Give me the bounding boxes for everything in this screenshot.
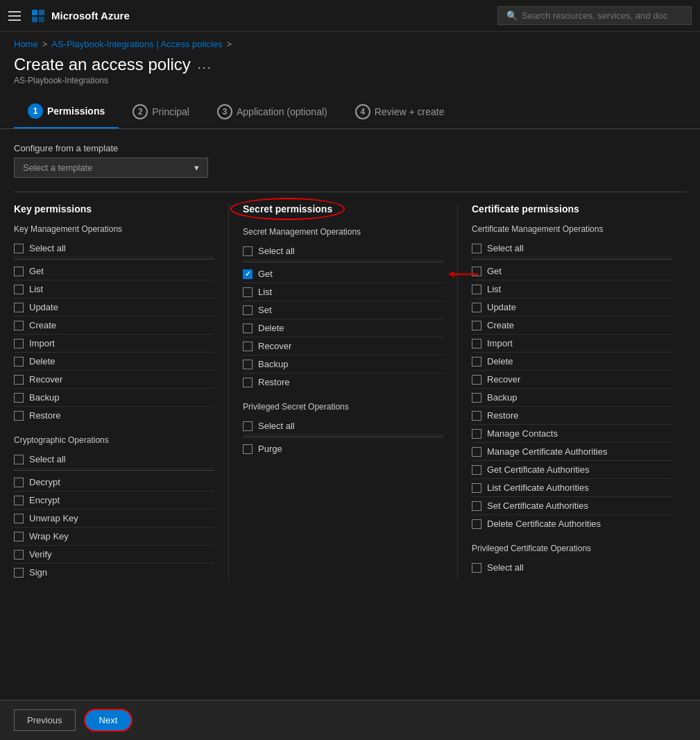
secret-select-all-item[interactable]: Select all <box>243 242 443 260</box>
secret-recover-item[interactable]: Recover <box>243 337 443 355</box>
step-application[interactable]: 3 Application (optional) <box>203 99 341 128</box>
key-recover-checkbox[interactable] <box>14 375 24 385</box>
breadcrumb-home[interactable]: Home <box>14 39 38 49</box>
cert-create-checkbox[interactable] <box>472 321 481 330</box>
cert-delete-item[interactable]: Delete <box>472 353 672 371</box>
key-select-all-checkbox[interactable] <box>14 244 24 253</box>
secret-select-all-checkbox[interactable] <box>243 246 253 256</box>
secret-recover-checkbox[interactable] <box>243 342 253 351</box>
cert-list-checkbox[interactable] <box>472 285 481 294</box>
step-principal[interactable]: 2 Principal <box>119 99 203 128</box>
search-bar[interactable]: 🔍 <box>497 6 692 25</box>
key-recover-item[interactable]: Recover <box>14 371 214 389</box>
cert-update-checkbox[interactable] <box>472 303 481 312</box>
cert-update-item[interactable]: Update <box>472 298 672 317</box>
search-input[interactable] <box>522 10 683 21</box>
secret-get-checkbox[interactable] <box>243 269 253 279</box>
cert-get-ca-item[interactable]: Get Certificate Authorities <box>472 461 672 479</box>
cert-recover-checkbox[interactable] <box>472 375 481 385</box>
step-permissions[interactable]: 1 Permissions <box>14 98 119 128</box>
key-delete-checkbox[interactable] <box>14 357 24 367</box>
key-update-item[interactable]: Update <box>14 298 214 317</box>
cert-manage-ca-item[interactable]: Manage Certificate Authorities <box>472 443 672 461</box>
cert-import-checkbox[interactable] <box>472 339 481 348</box>
cert-manage-ca-checkbox[interactable] <box>472 447 481 457</box>
cert-import-item[interactable]: Import <box>472 335 672 353</box>
secret-list-checkbox[interactable] <box>243 287 253 297</box>
key-backup-checkbox[interactable] <box>14 393 24 403</box>
key-list-item[interactable]: List <box>14 280 214 298</box>
key-get-checkbox[interactable] <box>14 267 24 276</box>
cert-set-ca-checkbox[interactable] <box>472 501 481 511</box>
template-dropdown[interactable]: Select a template ▾ <box>14 158 208 178</box>
key-get-item[interactable]: Get <box>14 262 214 280</box>
crypto-unwrap-item[interactable]: Unwrap Key <box>14 510 214 528</box>
cert-restore-checkbox[interactable] <box>472 411 481 421</box>
secret-get-item[interactable]: Get <box>243 265 443 283</box>
crypto-wrap-checkbox[interactable] <box>14 532 24 541</box>
secret-set-item[interactable]: Set <box>243 301 443 319</box>
cert-delete-checkbox[interactable] <box>472 357 481 367</box>
previous-button[interactable]: Previous <box>14 709 76 731</box>
cert-create-item[interactable]: Create <box>472 317 672 335</box>
priv-secret-select-all-item[interactable]: Select all <box>243 417 443 435</box>
key-create-checkbox[interactable] <box>14 321 24 330</box>
step-review[interactable]: 4 Review + create <box>341 99 459 128</box>
cert-backup-item[interactable]: Backup <box>472 389 672 407</box>
ellipsis-button[interactable]: ... <box>198 58 212 72</box>
crypto-encrypt-item[interactable]: Encrypt <box>14 491 214 510</box>
secret-restore-item[interactable]: Restore <box>243 373 443 391</box>
cert-manage-contacts-checkbox[interactable] <box>472 429 481 439</box>
crypto-sign-item[interactable]: Sign <box>14 564 214 581</box>
cert-set-ca-item[interactable]: Set Certificate Authorities <box>472 497 672 515</box>
crypto-wrap-item[interactable]: Wrap Key <box>14 528 214 546</box>
crypto-sign-checkbox[interactable] <box>14 568 24 578</box>
breadcrumb-parent[interactable]: AS-Playbook-Integrations | Access polici… <box>51 39 222 49</box>
key-restore-checkbox[interactable] <box>14 411 24 421</box>
key-select-all-item[interactable]: Select all <box>14 239 214 258</box>
cert-manage-contacts-item[interactable]: Manage Contacts <box>472 425 672 443</box>
key-list-checkbox[interactable] <box>14 285 24 294</box>
cert-delete-ca-checkbox[interactable] <box>472 519 481 529</box>
key-restore-item[interactable]: Restore <box>14 407 214 424</box>
crypto-encrypt-checkbox[interactable] <box>14 496 24 505</box>
crypto-verify-item[interactable]: Verify <box>14 546 214 564</box>
next-button[interactable]: Next <box>84 709 133 732</box>
cert-restore-item[interactable]: Restore <box>472 407 672 425</box>
cert-list-item[interactable]: List <box>472 280 672 298</box>
secret-delete-checkbox[interactable] <box>243 323 253 333</box>
secret-restore-checkbox[interactable] <box>243 378 253 387</box>
secret-backup-checkbox[interactable] <box>243 360 253 369</box>
secret-backup-item[interactable]: Backup <box>243 355 443 373</box>
cert-list-ca-item[interactable]: List Certificate Authorities <box>472 479 672 497</box>
cert-get-item[interactable]: Get <box>472 262 672 280</box>
cert-select-all-checkbox[interactable] <box>472 244 481 253</box>
crypto-select-all-item[interactable]: Select all <box>14 451 214 469</box>
key-delete-item[interactable]: Delete <box>14 353 214 371</box>
priv-cert-select-all-item[interactable]: Select all <box>472 559 672 576</box>
crypto-decrypt-checkbox[interactable] <box>14 478 24 487</box>
cert-delete-ca-item[interactable]: Delete Certificate Authorities <box>472 515 672 532</box>
crypto-verify-checkbox[interactable] <box>14 550 24 560</box>
hamburger-menu[interactable] <box>8 11 21 21</box>
cert-list-ca-checkbox[interactable] <box>472 483 481 493</box>
cert-backup-checkbox[interactable] <box>472 393 481 403</box>
secret-delete-item[interactable]: Delete <box>243 319 443 337</box>
priv-secret-purge-item[interactable]: Purge <box>243 440 443 457</box>
crypto-unwrap-checkbox[interactable] <box>14 514 24 523</box>
priv-secret-select-all-checkbox[interactable] <box>243 421 253 431</box>
crypto-select-all-checkbox[interactable] <box>14 455 24 464</box>
priv-cert-select-all-checkbox[interactable] <box>472 563 481 573</box>
priv-secret-purge-checkbox[interactable] <box>243 444 253 454</box>
cert-select-all-item[interactable]: Select all <box>472 239 672 258</box>
secret-set-checkbox[interactable] <box>243 305 253 315</box>
key-update-checkbox[interactable] <box>14 303 24 312</box>
crypto-decrypt-item[interactable]: Decrypt <box>14 473 214 491</box>
cert-recover-item[interactable]: Recover <box>472 371 672 389</box>
key-create-item[interactable]: Create <box>14 317 214 335</box>
secret-list-item[interactable]: List <box>243 283 443 301</box>
key-import-item[interactable]: Import <box>14 335 214 353</box>
key-import-checkbox[interactable] <box>14 339 24 348</box>
key-backup-item[interactable]: Backup <box>14 389 214 407</box>
cert-get-ca-checkbox[interactable] <box>472 465 481 475</box>
